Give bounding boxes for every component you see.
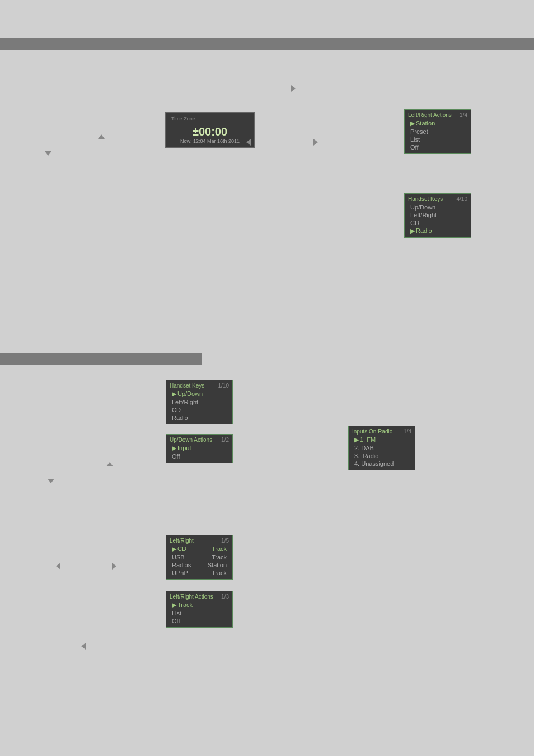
popup-item-usb[interactable]: USBTrack <box>170 553 229 561</box>
popup-item-upnp[interactable]: UPnPTrack <box>170 569 229 577</box>
popup-item-radio[interactable]: Radio <box>170 414 229 422</box>
popup-item-cd[interactable]: CD <box>408 219 467 227</box>
popup-title-handset-keys-2: Handset Keys1/10 <box>170 382 229 389</box>
popup-item-cd[interactable]: ▶CDTrack <box>170 545 229 553</box>
popup-item-off[interactable]: Off <box>170 452 229 460</box>
popup-item-radio[interactable]: ▶Radio <box>408 227 467 235</box>
triangle-tri-down-mid2[interactable] <box>48 479 54 483</box>
popup-title-handset-keys-1: Handset Keys4/10 <box>408 196 467 202</box>
triangle-tri-up-mid2[interactable] <box>106 462 113 466</box>
popup-item-list[interactable]: List <box>408 136 467 143</box>
popup-handset-keys-2: Handset Keys1/10▶Up/Down Left/Right CD R… <box>166 380 233 424</box>
popup-item-2.-dab[interactable]: 2. DAB <box>352 444 411 452</box>
timezone-box: Time Zone ±00:00 Now: 12:04 Mar 16th 201… <box>165 112 255 148</box>
triangle-tri-left-bottom[interactable] <box>56 563 60 570</box>
popup-item-preset[interactable]: Preset <box>408 128 467 136</box>
triangle-tri-right-bottom[interactable] <box>112 563 116 570</box>
popup-handset-keys-1: Handset Keys4/10 Up/Down Left/Right CD▶R… <box>404 193 471 238</box>
triangle-tri-right-top[interactable] <box>291 85 296 92</box>
triangle-tri-right-mid1[interactable] <box>313 139 318 146</box>
popup-item-track[interactable]: ▶Track <box>170 601 229 609</box>
triangle-tri-down-left[interactable] <box>45 151 51 156</box>
popup-item-1.-fm[interactable]: ▶1. FM <box>352 436 411 444</box>
popup-title-left-right-actions-1: Left/Right Actions1/4 <box>408 112 467 118</box>
popup-item-up/down[interactable]: Up/Down <box>408 203 467 211</box>
popup-title-left-right-table: Left/Right1/5 <box>170 538 229 544</box>
popup-item-off[interactable]: Off <box>408 143 467 151</box>
triangle-tri-left-bottom2[interactable] <box>81 643 86 650</box>
popup-title-left-right-actions-2: Left/Right Actions1/3 <box>170 594 229 600</box>
popup-item-list[interactable]: List <box>170 609 229 617</box>
triangle-tri-up-left[interactable] <box>98 134 105 139</box>
popup-item-input[interactable]: ▶Input <box>170 444 229 452</box>
timezone-label: Time Zone <box>171 116 249 123</box>
timezone-value: ±00:00 <box>171 125 249 138</box>
section-bar-top <box>0 38 534 50</box>
popup-inputs-on-radio: Inputs On:Radio1/4▶1. FM 2. DAB 3. iRadi… <box>348 426 415 470</box>
popup-item-radios[interactable]: RadiosStation <box>170 561 229 569</box>
timezone-now: Now: 12:04 Mar 16th 2011 <box>171 138 249 144</box>
section-bar-mid <box>0 353 202 365</box>
popup-item-cd[interactable]: CD <box>170 406 229 414</box>
popup-left-right-actions-2: Left/Right Actions1/3▶Track List Off <box>166 591 233 628</box>
popup-item-3.-iradio[interactable]: 3. iRadio <box>352 452 411 460</box>
popup-title-updown-actions: Up/Down Actions1/2 <box>170 437 229 443</box>
popup-updown-actions: Up/Down Actions1/2▶Input Off <box>166 434 233 463</box>
popup-item-4.-unassigned[interactable]: 4. Unassigned <box>352 460 411 468</box>
popup-left-right-table: Left/Right1/5▶CDTrack USBTrack RadiosSta… <box>166 535 233 580</box>
popup-title-inputs-on-radio: Inputs On:Radio1/4 <box>352 428 411 435</box>
popup-left-right-actions-1: Left/Right Actions1/4▶Station Preset Lis… <box>404 109 471 154</box>
popup-item-off[interactable]: Off <box>170 617 229 625</box>
popup-item-left/right[interactable]: Left/Right <box>408 211 467 219</box>
popup-item-up/down[interactable]: ▶Up/Down <box>170 390 229 398</box>
popup-item-station[interactable]: ▶Station <box>408 119 467 128</box>
triangle-tri-left-mid1[interactable] <box>246 139 251 146</box>
popup-item-left/right[interactable]: Left/Right <box>170 398 229 406</box>
